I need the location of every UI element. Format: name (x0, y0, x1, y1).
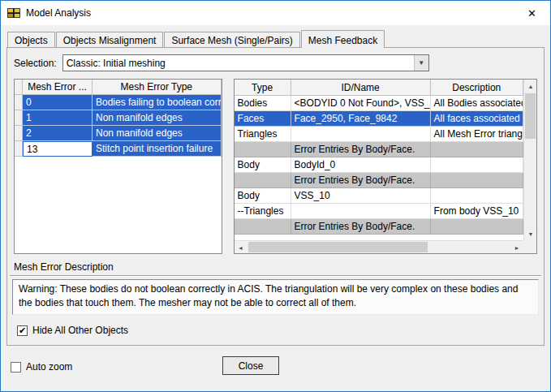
mesh-detail-table-header: Type ID/Name Description (235, 80, 523, 96)
description-cell[interactable] (431, 142, 523, 157)
description-cell[interactable] (431, 173, 523, 188)
id-name-cell[interactable]: Error Entries By Body/Face. (291, 173, 431, 188)
mesh-error-table-header: Mesh Error ... Mesh Error Type (15, 80, 222, 95)
id-name-cell[interactable] (291, 127, 431, 142)
id-name-cell[interactable]: Error Entries By Body/Face. (291, 219, 431, 235)
id-name-cell[interactable]: <BODYID 0 Not Found>, VSS_10,... (291, 96, 431, 111)
table-row[interactable]: 1 Non manifold edges (15, 110, 222, 126)
bottom-bar: Auto zoom Close (1, 345, 550, 391)
type-cell[interactable]: Bodies (235, 96, 291, 111)
chevron-down-icon[interactable]: ▼ (414, 55, 428, 71)
type-cell[interactable] (235, 173, 291, 188)
description-cell[interactable]: All faces associated .. (431, 111, 523, 127)
tables-area: Mesh Error ... Mesh Error Type 0 Bodies … (7, 79, 544, 254)
row-selector[interactable] (15, 110, 23, 126)
row-selector[interactable] (15, 141, 23, 157)
scroll-right-icon[interactable]: ► (510, 241, 523, 254)
id-name-cell[interactable]: VSS_10 (291, 188, 431, 204)
column-header-description[interactable]: Description (431, 80, 523, 96)
description-cell[interactable]: All Mesh Error triangle. (431, 127, 523, 142)
selection-row: Selection: Classic: Initial meshing ▼ (7, 48, 544, 71)
id-name-cell[interactable]: Error Entries By Body/Face. (291, 142, 431, 157)
scroll-down-icon[interactable]: ▼ (524, 227, 537, 240)
selection-label: Selection: (14, 58, 57, 69)
column-header-type[interactable]: Type (235, 80, 291, 96)
tab-mesh-feedback[interactable]: Mesh Feedback (301, 30, 385, 48)
title-bar: Model Analysis ✕ (1, 1, 550, 25)
hide-all-other-objects-row[interactable]: ✔ Hide All Other Objects (7, 315, 544, 336)
hide-all-other-objects-label: Hide All Other Objects (32, 325, 128, 336)
column-header-id-name[interactable]: ID/Name (291, 80, 431, 96)
tab-objects-misalignment[interactable]: Objects Misalignment (56, 32, 164, 47)
model-analysis-dialog: Model Analysis ✕ Objects Objects Misalig… (0, 0, 551, 392)
mesh-error-type-cell[interactable]: Non manifold edges (93, 126, 222, 141)
vertical-scrollbar-thumb[interactable] (525, 93, 536, 139)
app-icon (7, 6, 20, 19)
divider (10, 275, 541, 277)
id-name-cell[interactable]: BodyId_0 (291, 157, 431, 173)
tab-objects[interactable]: Objects (7, 32, 55, 47)
mesh-error-type-cell[interactable]: Non manifold edges (93, 110, 222, 126)
vertical-scrollbar[interactable]: ▲ ▼ (523, 80, 536, 240)
mesh-error-type-cell[interactable]: Stitch point insertion failure (93, 141, 222, 157)
scroll-up-icon[interactable]: ▲ (524, 80, 537, 93)
mesh-feedback-panel: Selection: Classic: Initial meshing ▼ Me… (6, 47, 545, 346)
row-selector[interactable] (15, 95, 23, 110)
horizontal-scrollbar[interactable]: ◄ ► (235, 240, 523, 253)
description-cell[interactable] (431, 188, 523, 204)
table-row[interactable]: Faces Face_2950, Face_9842 All faces ass… (235, 111, 523, 127)
close-button[interactable]: Close (222, 356, 279, 375)
description-cell[interactable]: From body VSS_10 (431, 204, 523, 219)
mesh-error-type-cell[interactable]: Bodies failing to boolean correctly (93, 95, 222, 110)
type-cell[interactable]: --Triangles (235, 204, 291, 219)
mesh-detail-table: Type ID/Name Description Bodies <BODYID … (234, 79, 537, 254)
table-row-group-band[interactable]: Error Entries By Body/Face. (235, 142, 523, 157)
auto-zoom-checkbox[interactable] (11, 362, 21, 373)
column-header-mesh-error-type[interactable]: Mesh Error Type (93, 80, 222, 95)
mesh-error-description-text: Warning: These bodies do not boolean cor… (12, 279, 539, 315)
table-row-group-band[interactable]: Error Entries By Body/Face. (235, 219, 523, 235)
selection-dropdown[interactable]: Classic: Initial meshing ▼ (62, 54, 429, 71)
mesh-error-description-label: Mesh Error Description (7, 254, 544, 275)
selection-dropdown-value: Classic: Initial meshing (63, 55, 414, 71)
type-cell[interactable]: Body (235, 188, 291, 204)
table-row[interactable]: 2 Non manifold edges (15, 126, 222, 141)
column-header-mesh-error-id[interactable]: Mesh Error ... (23, 80, 93, 95)
description-cell[interactable] (431, 219, 523, 235)
description-cell[interactable]: All Bodies associated (431, 96, 523, 111)
table-row[interactable]: 0 Bodies failing to boolean correctly (15, 95, 222, 110)
table-row[interactable]: Bodies <BODYID 0 Not Found>, VSS_10,... … (235, 96, 523, 111)
tab-strip: Objects Objects Misalignment Surface Mes… (1, 30, 550, 47)
table-row[interactable]: --Triangles From body VSS_10 (235, 204, 523, 219)
close-window-button[interactable]: ✕ (514, 1, 550, 25)
type-cell[interactable] (235, 142, 291, 157)
close-icon: ✕ (527, 7, 536, 19)
table-row[interactable]: 13 Stitch point insertion failure (15, 141, 222, 157)
mesh-error-id-cell[interactable]: 0 (23, 95, 93, 110)
horizontal-scrollbar-thumb[interactable] (248, 242, 428, 252)
auto-zoom-label: Auto zoom (26, 361, 72, 373)
mesh-error-id-cell[interactable]: 13 (23, 141, 93, 157)
scrollbar-corner (523, 240, 536, 253)
table-row[interactable]: Triangles All Mesh Error triangle. (235, 127, 523, 142)
scroll-left-icon[interactable]: ◄ (235, 241, 248, 254)
mesh-error-id-cell[interactable]: 1 (23, 110, 93, 126)
table-row[interactable]: Body BodyId_0 (235, 157, 523, 173)
row-selector-header (15, 80, 23, 95)
table-row[interactable]: Body VSS_10 (235, 188, 523, 204)
type-cell[interactable] (235, 219, 291, 235)
tab-surface-mesh[interactable]: Surface Mesh (Single/Pairs) (164, 32, 299, 47)
description-cell[interactable] (431, 157, 523, 173)
table-row-group-band[interactable]: Error Entries By Body/Face. (235, 173, 523, 188)
type-cell[interactable]: Body (235, 157, 291, 173)
mesh-error-table: Mesh Error ... Mesh Error Type 0 Bodies … (14, 79, 222, 254)
row-selector[interactable] (15, 126, 23, 141)
id-name-cell[interactable]: Face_2950, Face_9842 (291, 111, 431, 127)
id-name-cell[interactable] (291, 204, 431, 219)
auto-zoom-row[interactable]: Auto zoom (11, 361, 72, 373)
mesh-error-id-cell[interactable]: 2 (23, 126, 93, 141)
hide-all-other-objects-checkbox[interactable]: ✔ (17, 325, 28, 336)
type-cell[interactable]: Triangles (235, 127, 291, 142)
type-cell[interactable]: Faces (235, 111, 291, 127)
mesh-detail-table-content: Type ID/Name Description Bodies <BODYID … (235, 80, 523, 240)
